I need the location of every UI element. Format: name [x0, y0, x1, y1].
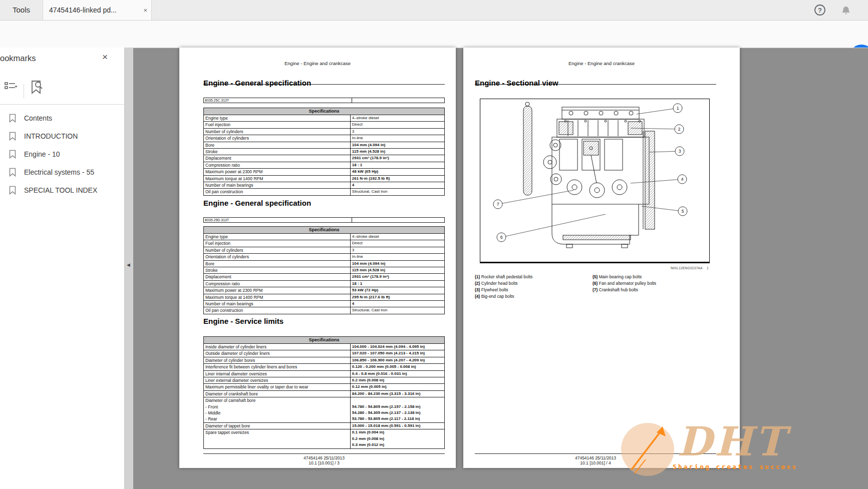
- notifications-bell-icon[interactable]: [839, 4, 852, 17]
- spec-value: 2931 cm³ (178.9 in³): [351, 155, 444, 161]
- share-button[interactable]: [849, 45, 868, 48]
- spec-value: Direct: [351, 122, 444, 128]
- figure-legend-col2: (5) Main bearing cap bolts (6) Fan and a…: [593, 274, 656, 293]
- spec-label: Compression ratio: [204, 162, 351, 168]
- pdf-page-right: Engine - Engine and crankcase Engine - S…: [463, 48, 740, 468]
- bookmark-ribbon-icon: [8, 131, 17, 141]
- bookmarks-close-icon[interactable]: ×: [102, 52, 108, 63]
- legend-number: (3): [475, 287, 480, 292]
- legend-item: (2) Cylinder head bolts: [475, 280, 532, 287]
- table-row: Oil pan construction Structural, Cast ir…: [204, 307, 444, 313]
- table-row: Orientation of cylinders In-line: [204, 135, 444, 141]
- table-row: Diameter of camshaft bore - Front - Midd…: [204, 397, 444, 422]
- spec-value: 104.000 - 104.024 mm (4.094 - 4.095 in): [351, 344, 444, 350]
- table-row: Spare tappet oversizes 0.1 mm (0.004 in)…: [204, 429, 444, 448]
- bookmark-ribbon-icon: [8, 185, 17, 195]
- spec-label: Engine type: [204, 115, 351, 121]
- footer-doc-ref: 47454146 25/11/2013: [203, 455, 445, 460]
- acrobat-window: { "titlebar": { "tools_tab": "Tools", "d…: [0, 0, 868, 489]
- bookmark-item[interactable]: Electrical systems - 55: [0, 163, 124, 181]
- spec-value: 18 : 1: [351, 162, 444, 168]
- table-row: Maximum power at 2300 RPM 53 kW (72 Hp): [204, 287, 444, 293]
- legend-text: Crankshaft hub bolts: [599, 287, 638, 292]
- panel-resize-strip[interactable]: ◄: [125, 48, 133, 489]
- spec-label: Diameter of cylinder bores: [204, 357, 351, 363]
- svg-text:?: ?: [818, 7, 822, 14]
- table-row: Liner external diameter oversizes 0.2 mm…: [204, 377, 444, 383]
- legend-text: Cylinder head bolts: [481, 281, 518, 286]
- table-row: Displacement 2931 cm³ (178.9 in³): [204, 155, 444, 161]
- spec-value: 53 kW (72 Hp): [351, 287, 444, 293]
- table-row: Diameter of tappet bore 15.000 - 15.018 …: [204, 422, 444, 429]
- bookmark-item[interactable]: INTRODUCTION: [0, 127, 124, 145]
- figure-code: NHIL12ENG0237AA: [671, 266, 703, 270]
- spec-label: Diameter of tappet bore: [204, 423, 351, 429]
- spec-value: 295 N·m (217.6 lb ft): [351, 294, 444, 300]
- legend-number: (1): [475, 274, 480, 279]
- spec-value: Direct: [351, 240, 444, 246]
- spec-value: 115 mm (4.528 in): [351, 149, 444, 155]
- spec-value: 106.850 - 106.900 mm (4.207 - 4.209 in): [351, 357, 444, 363]
- section-title: Engine - Sectional view: [475, 79, 558, 87]
- spec-label: Stroke: [204, 149, 351, 155]
- bookmark-item[interactable]: Contents: [0, 109, 124, 127]
- spec-label: Number of cylinders: [204, 247, 351, 253]
- legend-number: (5): [593, 274, 598, 279]
- spec-value: 3: [351, 129, 444, 135]
- table-row: Stroke 115 mm (4.528 in): [204, 148, 444, 155]
- help-icon[interactable]: ?: [813, 4, 826, 17]
- spec-value: 4–stroke diesel: [351, 234, 444, 240]
- spec-label: Diameter of crankshaft bore: [204, 391, 351, 397]
- spec-value: 0.12 mm (0.005 in): [351, 384, 444, 390]
- tab-document[interactable]: 47454146-linked pd... ×: [43, 0, 152, 20]
- model-code: 8035.25D.313T: [204, 218, 352, 222]
- spec-value: 54.780 - 54.805 mm (2.157 - 2.158 in) 54…: [351, 397, 444, 422]
- table-row: Number of main bearings 4: [204, 182, 444, 188]
- spec-value: 261 N·m (192.5 lb ft): [351, 176, 444, 182]
- bookmark-item-label: Contents: [24, 114, 52, 122]
- spec-label: Fuel injection: [204, 240, 351, 246]
- bookmark-item-label: INTRODUCTION: [24, 132, 78, 140]
- spec-value: 4: [351, 182, 444, 188]
- legend-item: (6) Fan and alternator pulley bolts: [593, 280, 656, 287]
- collapse-panel-icon[interactable]: ◄: [126, 262, 131, 268]
- bookmark-item[interactable]: Engine - 10: [0, 145, 124, 163]
- spec-label: Fuel injection: [204, 122, 351, 128]
- legend-item: (1) Rocker shaft pedestal bolts: [475, 274, 532, 280]
- table-row: Bore 104 mm (4.094 in): [204, 260, 444, 267]
- panel-toolbar-divider: [24, 84, 24, 98]
- spec-value: 48 kW (65 Hp): [351, 169, 444, 175]
- spec-label: Number of main bearings: [204, 301, 351, 307]
- spec-label: Oil pan construction: [204, 307, 351, 313]
- legend-item: (4) Big-end cap bolts: [475, 293, 532, 300]
- svg-text:7: 7: [497, 202, 499, 207]
- title-bar: Tools 47454146-linked pd... × ?: [0, 0, 868, 21]
- table-row: Maximum torque at 1400 RPM 261 N·m (192.…: [204, 175, 444, 182]
- watermark-tagline: Sharing creates success: [673, 463, 797, 470]
- spec-label: Engine type: [204, 234, 351, 240]
- table-row: Number of main bearings 4: [204, 300, 444, 307]
- figure-caption: NHIL12ENG0237AA 1: [671, 266, 709, 270]
- table-row: Orientation of cylinders In-line: [204, 253, 444, 260]
- bookmarks-panel-title: Bookmarks: [0, 54, 36, 63]
- spec-label: Maximum torque at 1400 RPM: [204, 176, 351, 182]
- close-document-icon[interactable]: ×: [143, 7, 147, 14]
- legend-item: (3) Flywheel bolts: [475, 287, 532, 293]
- spec-label: Displacement: [204, 155, 351, 161]
- spec-label: Number of main bearings: [204, 182, 351, 188]
- legend-item: (7) Crankshaft hub bolts: [593, 287, 656, 293]
- bookmarks-options-icon[interactable]: [4, 81, 19, 94]
- svg-text:1: 1: [677, 106, 679, 111]
- spec-value: 0.1 mm (0.004 in) 0.2 mm (0.008 in) 0.3 …: [351, 429, 444, 448]
- spec-value: 15.000 - 15.018 mm (0.591 - 0.591 in): [351, 423, 444, 429]
- table-row: Maximum power at 2300 RPM 48 kW (65 Hp): [204, 168, 444, 175]
- table-row: Stroke 115 mm (4.528 in): [204, 267, 444, 273]
- spec-value: 3: [351, 247, 444, 253]
- legend-text: Fan and alternator pulley bolts: [599, 281, 656, 286]
- tab-tools[interactable]: Tools: [0, 0, 43, 20]
- spec-value: 107.020 - 107.050 mm (4.213 - 4.215 in): [351, 350, 444, 356]
- spec-label: Orientation of cylinders: [204, 135, 351, 141]
- table-row: Fuel injection Direct: [204, 121, 444, 128]
- bookmark-item[interactable]: SPECIAL TOOL INDEX: [0, 181, 124, 199]
- expand-bookmark-search-icon[interactable]: [29, 79, 45, 96]
